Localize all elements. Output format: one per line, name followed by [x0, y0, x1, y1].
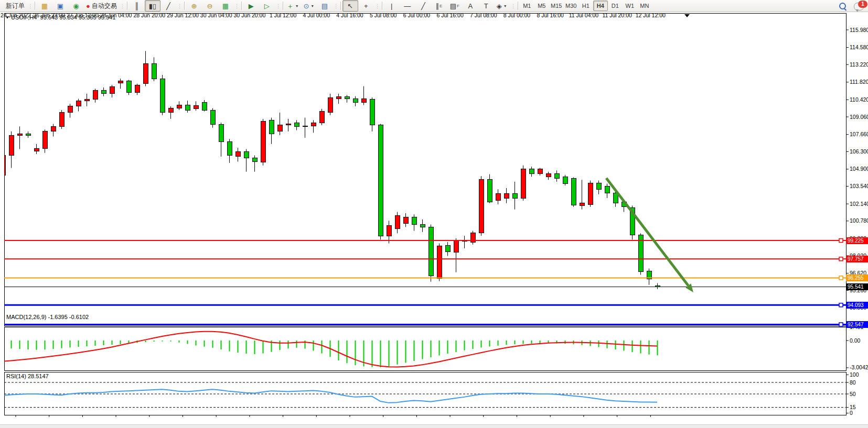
date-label: 28 Jun 20:00 — [133, 12, 165, 18]
toolbar-divider — [340, 2, 341, 10]
text-icon[interactable]: A — [463, 0, 478, 12]
auto-scroll-icon[interactable]: ▶ — [243, 0, 259, 12]
timeframe-mn[interactable]: MN — [637, 1, 652, 11]
cursor-icon[interactable]: ↖ — [342, 0, 358, 12]
date-label: 4 Jul 16:00 — [336, 12, 363, 18]
price-line-handle[interactable] — [839, 239, 843, 243]
arrows-shapes-icon: ◈ — [497, 3, 502, 9]
toolbar-right: 1 — [839, 1, 864, 12]
candle-body — [202, 103, 207, 110]
price-line-handle[interactable] — [839, 303, 843, 307]
candle-body — [269, 120, 274, 134]
date-label: 26 Jun 23:00 — [33, 12, 65, 18]
horizontal-line-icon[interactable]: — — [400, 0, 415, 12]
candle-body — [76, 101, 81, 106]
candle-body — [554, 173, 559, 179]
timeframe-h4[interactable]: H4 — [593, 1, 608, 11]
chart-template-icon[interactable]: ▤ — [317, 0, 333, 12]
timeframe-m1[interactable]: M1 — [520, 1, 534, 11]
zoom-in-icon[interactable]: ⊕ — [186, 0, 202, 12]
candle-body — [521, 169, 526, 198]
chart-canvas[interactable] — [0, 12, 868, 424]
rsi-axis-label: 50 — [850, 391, 856, 397]
equidistant-channel-icon[interactable]: ∥E — [431, 0, 447, 12]
timeframe-w1[interactable]: W1 — [623, 1, 637, 11]
signals-icon[interactable]: ◉ — [68, 0, 84, 12]
candle-body — [210, 110, 215, 125]
date-label: 1 Jul 12:00 — [270, 12, 296, 18]
candle-body — [152, 63, 156, 79]
period-clock-icon[interactable]: ⊙▼ — [301, 0, 317, 12]
text-icon: A — [468, 3, 473, 9]
fibonacci-icon[interactable]: ▤F — [447, 0, 463, 12]
candle-body — [68, 106, 72, 113]
dropdown-arrow-icon[interactable]: ▼ — [503, 4, 507, 8]
timeframe-m15[interactable]: M15 — [549, 1, 564, 11]
new-order-button[interactable]: 新订单 — [2, 0, 27, 12]
candle-body — [546, 173, 551, 177]
timeframe-d1[interactable]: D1 — [608, 1, 623, 11]
candle-body — [403, 217, 408, 223]
terminal-group: ▦▣◉●自动交易 — [37, 0, 119, 12]
price-line-label: 97.757 — [846, 256, 868, 262]
new-chart-icon[interactable]: ＋▼ — [285, 0, 301, 12]
timeframe-h1[interactable]: H1 — [578, 1, 593, 11]
zoom-out-icon[interactable]: ⊖ — [202, 0, 218, 12]
trend-arrow-line[interactable] — [606, 178, 688, 286]
bar-chart-icon[interactable]: ║ — [129, 0, 145, 12]
date-label: 8 Jul 00:00 — [503, 12, 530, 18]
candle-body — [504, 194, 509, 198]
line-chart-icon[interactable]: ╱ — [160, 0, 176, 12]
notifications-chat-icon[interactable]: 1 — [854, 3, 864, 10]
drawing-group: |—╱∥E▤FAT◈▼ — [384, 0, 510, 12]
text-label-icon[interactable]: T — [478, 0, 494, 12]
trendline-icon[interactable]: ╱ — [415, 0, 431, 12]
price-line-handle[interactable] — [839, 323, 843, 326]
dropdown-arrow-icon[interactable]: ▼ — [310, 4, 314, 8]
search-icon[interactable] — [839, 3, 846, 10]
candle-body — [613, 193, 618, 203]
toolbar-separator: ⋮ — [334, 3, 338, 9]
timeframe-group: M1M5M15M30H1H4D1W1MN — [520, 0, 652, 12]
candle-body — [261, 122, 265, 162]
candle-body — [454, 241, 458, 253]
price-tick-label: 100.780 — [850, 217, 868, 224]
vertical-line-icon[interactable]: | — [384, 0, 400, 12]
candle-body — [110, 87, 114, 94]
terminal-icon[interactable]: ▣ — [52, 0, 68, 12]
candle-body — [194, 106, 198, 109]
chart-shift-icon[interactable]: ▷ — [259, 0, 275, 12]
chart-shift-marker-icon[interactable] — [684, 14, 690, 17]
dropdown-arrow-icon[interactable]: ▼ — [295, 4, 299, 8]
timeframe-m5[interactable]: M5 — [534, 1, 549, 11]
mt4-terminal-window: 新订单⋮▦▣◉●自动交易⋮║▮▯╱⋮⊕⊖▦⋮▶▷⋮＋▼⊙▼▤⋮↖+⋮|—╱∥E▤… — [0, 0, 868, 428]
candle-body — [84, 100, 89, 101]
candle-body — [420, 225, 425, 227]
tile-windows-icon[interactable]: ▦ — [218, 0, 233, 12]
candlestick-chart-icon[interactable]: ▮▯ — [145, 0, 160, 12]
price-line-handle[interactable] — [839, 276, 843, 280]
toolbar-separator: ⋮ — [120, 3, 124, 9]
candle-body — [51, 126, 56, 131]
timeframe-m30[interactable]: M30 — [564, 1, 578, 11]
crosshair-icon[interactable]: + — [358, 0, 374, 12]
macd-axis-label: -3.0042 — [850, 364, 868, 370]
date-label: 7 Jul 08:00 — [470, 12, 497, 18]
candle-body — [101, 91, 106, 94]
market-watch-icon[interactable]: ▦ — [37, 0, 52, 12]
candle-body — [286, 124, 291, 125]
toolbar-divider — [184, 2, 185, 10]
date-label: 6 Jul 16:00 — [436, 12, 463, 18]
price-tick-label: 102.140 — [850, 201, 868, 207]
arrows-shapes-icon[interactable]: ◈▼ — [494, 0, 510, 12]
candle-body — [487, 179, 492, 202]
rsi-indicator-label: RSI(14) 28.5147 — [6, 373, 49, 379]
candle-body — [588, 183, 593, 204]
chart-template-icon: ▤ — [322, 3, 328, 9]
price-line-handle[interactable] — [839, 257, 843, 261]
toolbar-divider — [518, 2, 518, 10]
chart-window[interactable]: ▼USOil-,H4 95.643 95.834 95.365 95.541 M… — [0, 12, 868, 424]
auto-trading-button[interactable]: ●自动交易 — [84, 0, 119, 12]
candle-body — [445, 245, 450, 251]
icon-sub-letter: E — [440, 4, 442, 8]
